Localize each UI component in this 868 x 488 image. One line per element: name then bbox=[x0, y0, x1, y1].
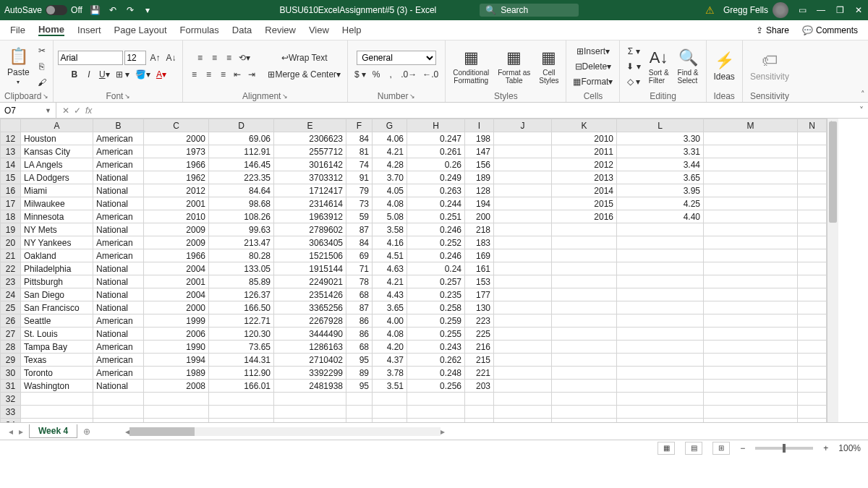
cell[interactable]: 4.21 bbox=[373, 275, 407, 288]
cell[interactable] bbox=[617, 419, 704, 423]
cell[interactable] bbox=[798, 314, 827, 328]
cell[interactable] bbox=[346, 419, 373, 423]
cell[interactable]: 223.35 bbox=[209, 171, 274, 184]
cell[interactable] bbox=[494, 314, 552, 328]
cell[interactable]: 1712417 bbox=[274, 184, 346, 197]
cell[interactable]: 2249021 bbox=[274, 275, 346, 288]
cell[interactable] bbox=[798, 393, 827, 406]
cell[interactable]: 144.31 bbox=[209, 354, 274, 367]
cell[interactable]: 1990 bbox=[144, 341, 209, 354]
cell[interactable]: 80.28 bbox=[209, 249, 274, 262]
zoom-in-icon[interactable]: + bbox=[823, 443, 828, 453]
bold-button[interactable]: B bbox=[68, 67, 81, 82]
row-header[interactable]: 31 bbox=[1, 380, 21, 393]
cell[interactable]: 147 bbox=[465, 145, 494, 158]
cell[interactable]: 166.50 bbox=[209, 301, 274, 314]
cell[interactable] bbox=[552, 314, 617, 328]
cell[interactable]: 78 bbox=[346, 275, 373, 288]
cell[interactable]: American bbox=[93, 158, 144, 171]
cell[interactable] bbox=[274, 419, 346, 423]
row-header[interactable]: 32 bbox=[1, 393, 21, 406]
cell[interactable] bbox=[617, 236, 704, 249]
insert-cells-button[interactable]: ⊞ Insert ▾ bbox=[574, 44, 612, 59]
cell[interactable] bbox=[552, 393, 617, 406]
vertical-scrollbar[interactable]: ▴ bbox=[827, 119, 838, 422]
cell[interactable]: 0.235 bbox=[407, 288, 465, 301]
cell[interactable] bbox=[552, 328, 617, 341]
cell[interactable] bbox=[617, 380, 704, 393]
font-size-combo[interactable] bbox=[124, 51, 146, 65]
cell[interactable] bbox=[494, 184, 552, 197]
cancel-formula-icon[interactable]: ✕ bbox=[62, 106, 69, 116]
cell[interactable]: National bbox=[93, 197, 144, 210]
cell[interactable] bbox=[704, 184, 798, 197]
cell[interactable]: 2009 bbox=[144, 223, 209, 236]
cell[interactable]: Houston bbox=[21, 132, 93, 145]
cell[interactable]: 68 bbox=[346, 288, 373, 301]
cell[interactable]: Miami bbox=[21, 184, 93, 197]
cell[interactable]: 1963912 bbox=[274, 210, 346, 223]
cell[interactable] bbox=[798, 380, 827, 393]
cell[interactable]: 4.00 bbox=[373, 314, 407, 328]
cell[interactable]: 161 bbox=[465, 262, 494, 275]
cell[interactable]: 2012 bbox=[552, 158, 617, 171]
cell[interactable] bbox=[552, 288, 617, 301]
row-header[interactable]: 30 bbox=[1, 367, 21, 380]
share-button[interactable]: ⇪Share bbox=[756, 25, 789, 35]
cell[interactable] bbox=[373, 406, 407, 419]
cell[interactable]: 3.78 bbox=[373, 367, 407, 380]
tab-view[interactable]: View bbox=[309, 25, 329, 35]
cell[interactable]: 0.255 bbox=[407, 328, 465, 341]
percent-format-icon[interactable]: % bbox=[370, 67, 383, 82]
row-header[interactable]: 14 bbox=[1, 158, 21, 171]
cell[interactable]: 4.05 bbox=[373, 184, 407, 197]
cell[interactable]: 98.68 bbox=[209, 197, 274, 210]
cell[interactable]: 177 bbox=[465, 288, 494, 301]
cell[interactable]: 183 bbox=[465, 236, 494, 249]
cell[interactable]: 2015 bbox=[552, 197, 617, 210]
comments-button[interactable]: 💬Comments bbox=[802, 25, 858, 35]
cell[interactable]: St. Louis bbox=[21, 328, 93, 341]
row-header[interactable]: 16 bbox=[1, 184, 21, 197]
cell[interactable]: 2351426 bbox=[274, 288, 346, 301]
decrease-font-icon[interactable]: A↓ bbox=[163, 51, 178, 65]
cell[interactable] bbox=[704, 223, 798, 236]
cell[interactable] bbox=[704, 249, 798, 262]
cell[interactable] bbox=[494, 380, 552, 393]
cell[interactable]: National bbox=[93, 223, 144, 236]
select-all-cell[interactable] bbox=[1, 119, 21, 132]
cell[interactable] bbox=[552, 406, 617, 419]
autosum-icon[interactable]: Σ ▾ bbox=[626, 44, 642, 59]
cell[interactable]: 4.25 bbox=[617, 197, 704, 210]
font-color-icon[interactable]: A ▾ bbox=[154, 67, 169, 82]
align-top-icon[interactable]: ≡ bbox=[193, 51, 206, 65]
tab-review[interactable]: Review bbox=[265, 25, 296, 35]
cell[interactable] bbox=[617, 301, 704, 314]
cell[interactable] bbox=[93, 393, 144, 406]
cell[interactable]: 3.51 bbox=[373, 380, 407, 393]
cell[interactable]: 95 bbox=[346, 354, 373, 367]
cell[interactable] bbox=[798, 197, 827, 210]
cell[interactable] bbox=[144, 419, 209, 423]
cell[interactable] bbox=[617, 393, 704, 406]
cell[interactable]: 1973 bbox=[144, 145, 209, 158]
collapse-ribbon-icon[interactable]: ˄ bbox=[861, 90, 865, 99]
cell[interactable]: 74 bbox=[346, 158, 373, 171]
cell[interactable] bbox=[494, 367, 552, 380]
cell[interactable]: 2010 bbox=[144, 210, 209, 223]
column-header[interactable]: H bbox=[407, 119, 465, 132]
orientation-icon[interactable]: ⟲▾ bbox=[237, 51, 252, 65]
column-header[interactable]: D bbox=[209, 119, 274, 132]
align-bottom-icon[interactable]: ≡ bbox=[222, 51, 235, 65]
cell[interactable] bbox=[617, 354, 704, 367]
cell[interactable]: American bbox=[93, 236, 144, 249]
clear-icon[interactable]: ◇ ▾ bbox=[625, 74, 642, 89]
cell[interactable]: 99.63 bbox=[209, 223, 274, 236]
merge-center-button[interactable]: ⊞ Merge & Center ▾ bbox=[265, 67, 343, 82]
align-left-icon[interactable]: ≡ bbox=[187, 67, 200, 82]
page-break-view-icon[interactable]: ⊞ bbox=[712, 442, 730, 455]
cell[interactable]: 2011 bbox=[552, 145, 617, 158]
scrollbar-thumb[interactable] bbox=[129, 427, 195, 436]
customize-qat-icon[interactable]: ▾ bbox=[142, 4, 153, 16]
cell[interactable]: National bbox=[93, 301, 144, 314]
